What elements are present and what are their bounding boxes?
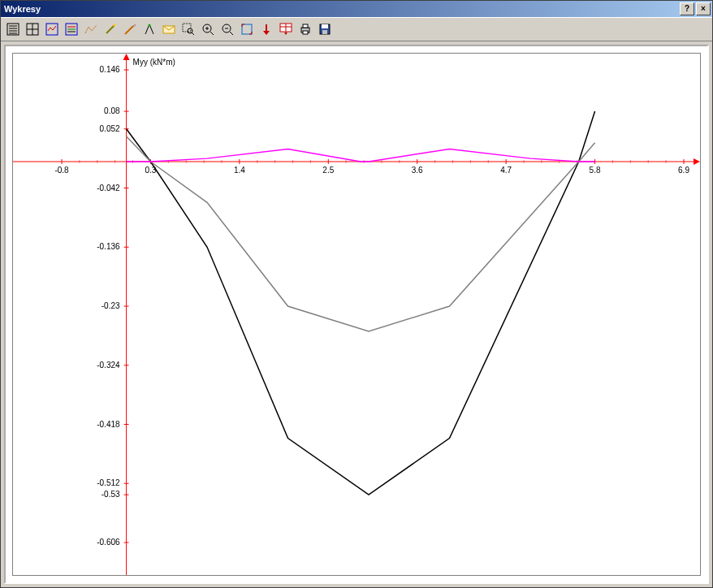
y-tick-label: -0.042 <box>97 184 120 192</box>
chart-box-icon[interactable] <box>43 20 61 38</box>
y-axis-arrow-icon <box>123 54 130 60</box>
shrink-icon[interactable] <box>238 20 256 38</box>
y-tick-label: -0.324 <box>97 361 120 370</box>
y-tick-label: 0.052 <box>100 124 120 133</box>
x-tick-label: 2.5 <box>322 166 334 175</box>
table-arrow-icon[interactable] <box>277 20 295 38</box>
pencil-icon[interactable] <box>121 20 139 38</box>
svg-line-23 <box>192 32 194 35</box>
save-icon[interactable] <box>316 20 334 38</box>
svg-line-29 <box>230 32 233 35</box>
wand-icon[interactable] <box>102 20 119 38</box>
series-series-2 <box>127 136 595 331</box>
y-tick-label: -0.53 <box>102 490 120 499</box>
print-icon[interactable] <box>296 20 314 38</box>
y-tick-label: -0.606 <box>97 538 120 547</box>
svg-rect-31 <box>242 24 252 34</box>
svg-point-19 <box>149 24 151 27</box>
zoom-in-icon[interactable] <box>199 20 217 38</box>
zoom-window-icon[interactable] <box>179 20 197 38</box>
content-frame: -0.80.31.42.53.64.75.86.90.1460.080.052-… <box>4 45 709 584</box>
svg-rect-39 <box>303 24 308 28</box>
y-tick-label: 0.08 <box>104 106 120 115</box>
close-icon: × <box>701 5 706 13</box>
svg-rect-42 <box>322 24 328 28</box>
help-button[interactable]: ? <box>680 2 694 15</box>
svg-marker-33 <box>263 31 270 35</box>
svg-line-15 <box>125 26 133 34</box>
grid-icon[interactable] <box>24 20 41 38</box>
svg-rect-21 <box>183 24 191 32</box>
svg-marker-16 <box>133 24 136 27</box>
zoom-out-icon[interactable] <box>218 20 236 38</box>
arrow-down-icon[interactable] <box>257 20 275 38</box>
svg-line-25 <box>210 32 214 35</box>
y-tick-label: -0.418 <box>97 420 120 429</box>
x-tick-label: 1.4 <box>234 166 245 175</box>
svg-marker-37 <box>284 32 287 35</box>
app-window: Wykresy ? × <box>0 0 713 588</box>
x-tick-label: 4.7 <box>500 166 512 175</box>
y-tick-label: -0.512 <box>97 478 120 487</box>
y-tick-label: -0.136 <box>97 242 120 251</box>
y-tick-label: 0.146 <box>100 65 120 74</box>
list-icon[interactable] <box>4 20 22 38</box>
x-tick-label: 6.9 <box>678 166 689 175</box>
titlebar: Wykresy ? × <box>1 1 712 17</box>
x-tick-label: -0.8 <box>54 166 69 175</box>
x-tick-label: 5.8 <box>590 166 601 175</box>
toolbar <box>1 17 712 41</box>
x-tick-label: 3.6 <box>412 166 423 175</box>
window-title: Wykresy <box>4 4 678 14</box>
svg-rect-40 <box>303 31 308 34</box>
compass-icon[interactable] <box>140 20 158 38</box>
chart-svg: -0.80.31.42.53.64.75.86.90.1460.080.052-… <box>13 54 700 575</box>
svg-rect-43 <box>322 30 327 34</box>
chart-area: -0.80.31.42.53.64.75.86.90.1460.080.052-… <box>12 53 701 576</box>
series-series-1 <box>127 111 595 495</box>
line-series-icon[interactable] <box>82 20 100 38</box>
envelope-icon[interactable] <box>160 20 178 38</box>
svg-line-13 <box>106 25 115 33</box>
svg-point-14 <box>114 24 116 27</box>
chart-settings-icon[interactable] <box>63 20 80 38</box>
x-axis-arrow-icon <box>694 158 700 165</box>
help-icon: ? <box>685 5 689 13</box>
y-axis-label: Myy (kN*m) <box>133 58 175 67</box>
close-button[interactable]: × <box>696 2 711 15</box>
series-series-3 <box>127 149 595 162</box>
y-tick-label: -0.23 <box>102 301 120 310</box>
